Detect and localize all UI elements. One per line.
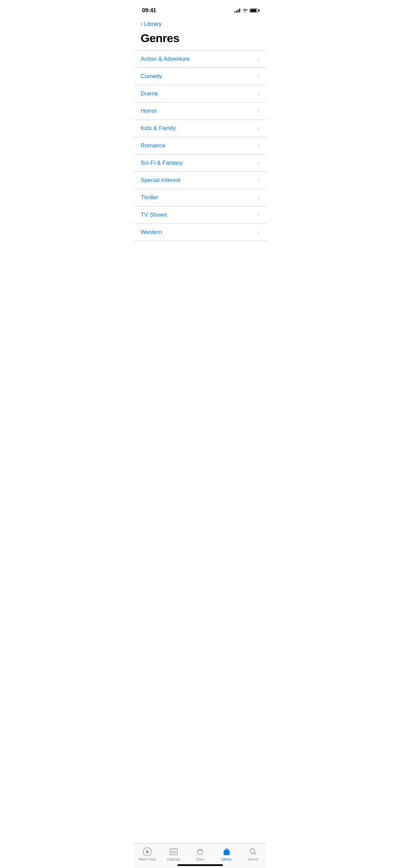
genre-chevron-kids-family: ›	[258, 125, 259, 131]
genre-chevron-romance: ›	[258, 143, 259, 149]
back-chevron-icon: ‹	[141, 20, 143, 28]
genre-chevron-tv-shows: ›	[258, 212, 259, 218]
status-icons	[234, 8, 258, 13]
genre-item-sci-fi-fantasy[interactable]: Sci-Fi & Fantasy ›	[134, 155, 266, 172]
status-bar: 09:41	[134, 0, 266, 16]
genre-chevron-special-interest: ›	[258, 177, 259, 183]
genre-name-special-interest: Special Interest	[141, 177, 180, 184]
genre-name-action-adventure: Action & Adventure	[141, 56, 190, 62]
genre-item-romance[interactable]: Romance ›	[134, 137, 266, 155]
wifi-icon	[242, 8, 248, 13]
genre-chevron-horror: ›	[258, 108, 259, 114]
status-time: 09:41	[142, 7, 156, 14]
genre-item-special-interest[interactable]: Special Interest ›	[134, 172, 266, 189]
genre-chevron-thriller: ›	[258, 195, 259, 201]
genre-name-thriller: Thriller	[141, 194, 158, 201]
genre-name-horror: Horror	[141, 108, 157, 114]
genre-item-thriller[interactable]: Thriller ›	[134, 189, 266, 206]
genre-name-kids-family: Kids & Family	[141, 125, 176, 132]
genre-name-romance: Romance	[141, 142, 166, 149]
genre-chevron-comedy: ›	[258, 73, 259, 79]
genre-chevron-western: ›	[258, 229, 259, 235]
genre-item-kids-family[interactable]: Kids & Family ›	[134, 120, 266, 137]
back-label: Library	[144, 21, 162, 28]
genre-name-drama: Drama	[141, 90, 158, 97]
genre-name-western: Western	[141, 229, 162, 236]
genre-chevron-drama: ›	[258, 91, 259, 97]
signal-icon	[234, 8, 240, 13]
genre-name-sci-fi-fantasy: Sci-Fi & Fantasy	[141, 160, 183, 166]
genre-chevron-action-adventure: ›	[258, 56, 259, 62]
genre-item-action-adventure[interactable]: Action & Adventure ›	[134, 51, 266, 68]
genre-item-drama[interactable]: Drama ›	[134, 85, 266, 103]
genre-name-comedy: Comedy	[141, 73, 162, 80]
genre-name-tv-shows: TV Shows	[141, 212, 167, 218]
genre-item-western[interactable]: Western ›	[134, 224, 266, 241]
genre-item-horror[interactable]: Horror ›	[134, 103, 266, 120]
page-title: Genres	[134, 29, 266, 50]
genre-item-comedy[interactable]: Comedy ›	[134, 68, 266, 85]
genre-item-tv-shows[interactable]: TV Shows ›	[134, 206, 266, 224]
back-button[interactable]: ‹ Library	[134, 16, 266, 29]
genre-list: Action & Adventure › Comedy › Drama › Ho…	[134, 50, 266, 241]
genre-chevron-sci-fi-fantasy: ›	[258, 160, 259, 166]
battery-icon	[250, 8, 258, 13]
